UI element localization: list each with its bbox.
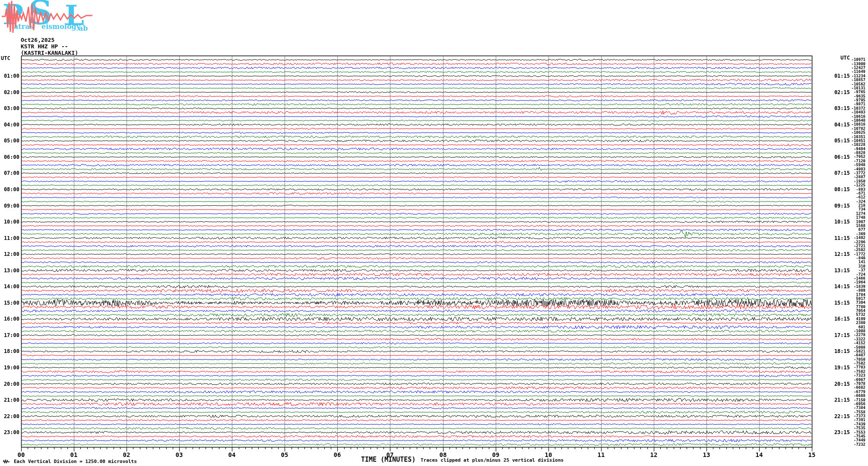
trace-value: -9871 (839, 102, 865, 106)
left-time-label: 23:00 (0, 430, 19, 435)
trace-value: -10857 (839, 78, 865, 82)
trace-value: -10228 (839, 143, 865, 147)
trace-value: 734 (839, 208, 865, 211)
trace-value: -2887 (839, 175, 865, 179)
left-time-label: 01:00 (0, 73, 19, 79)
header-location: (KASTRI-KANALAKI) (21, 50, 78, 56)
trace-value: -9765 (839, 90, 865, 94)
x-tick-label: 06 (329, 452, 345, 458)
left-time-label: 21:00 (0, 397, 19, 403)
left-time-label: 12:00 (0, 252, 19, 257)
left-time-label: 19:00 (0, 365, 19, 370)
left-time-label: 20:00 (0, 381, 19, 387)
x-tick-label: 10 (541, 452, 556, 458)
left-time-label: 13:00 (0, 268, 19, 273)
utc-label-left: UTC (1, 55, 10, 61)
scale-note: Each Vertical Division = 1250.00 microvo… (14, 459, 137, 464)
x-tick-label: 08 (435, 452, 451, 458)
psl-logo: P atras S eismology L ab (2, 0, 92, 35)
trace-value: -7703 (839, 365, 865, 369)
clip-note: Traces clipped at plus/minus 25 vertical… (421, 457, 564, 463)
left-time-label: 11:00 (0, 236, 19, 241)
trace-value: 141 (839, 260, 865, 264)
left-time-label: 15:00 (0, 300, 19, 305)
left-time-label: 22:00 (0, 414, 19, 419)
trace-value: -612 (839, 195, 865, 199)
x-tick-label: 05 (277, 452, 292, 458)
left-time-label: 10:00 (0, 219, 19, 224)
trace-value: -7323 (839, 374, 865, 378)
trace-value: -1492 (839, 236, 865, 240)
x-tick-label: 04 (224, 452, 240, 458)
x-tick-label: 03 (171, 452, 187, 458)
logo-word-ab: ab (79, 25, 88, 32)
left-time-label: 08:00 (0, 187, 19, 192)
left-time-label: 18:00 (0, 349, 19, 354)
left-time-label: 09:00 (0, 203, 19, 208)
trace-value: -809 (839, 289, 865, 293)
x-tick-label: 12 (646, 452, 662, 458)
trace-value: -5948 (839, 163, 865, 167)
trace-value: -37 (839, 268, 865, 272)
helicorder-page: { "logo": { "P": "P", "atras": "atras", … (0, 0, 868, 466)
left-time-label: 06:00 (0, 154, 19, 160)
trace-value: -2502 (839, 248, 865, 252)
trace-value: -10493 (839, 110, 865, 114)
x-tick-label: 09 (488, 452, 504, 458)
trace-value: 5732 (839, 313, 865, 317)
trace-value: -6487 (839, 353, 865, 357)
x-tick-label: 14 (751, 452, 767, 458)
trace-value: -7384 (839, 406, 865, 410)
trace-value: -7535 (839, 426, 865, 430)
trace-value: -10625 (839, 131, 865, 135)
left-time-label: 04:00 (0, 122, 19, 127)
left-time-label: 05:00 (0, 138, 19, 143)
left-time-label: 07:00 (0, 170, 19, 176)
x-tick-label: 02 (119, 452, 134, 458)
seismogram-canvas (0, 0, 868, 466)
trace-value: -7232 (839, 443, 865, 447)
header-station: KSTR HHZ HP -- (21, 43, 68, 50)
left-time-label: 17:00 (0, 333, 19, 338)
trace-value: -6682 (839, 386, 865, 390)
trace-value: 677 (839, 228, 865, 232)
trace-value: -2278 (839, 333, 865, 337)
trace-value: -7391 (839, 418, 865, 422)
trace-value: -11649 (839, 70, 865, 74)
trace-value: -10816 (839, 123, 865, 126)
trace-value: -10971 (839, 58, 865, 62)
trace-value: -6688 (839, 394, 865, 398)
x-tick-label: 15 (804, 452, 820, 458)
trace-value: -4152 (839, 341, 865, 345)
trace-value: 2380 (839, 321, 865, 325)
left-time-label: 02:00 (0, 90, 19, 95)
trace-value: 7304 (839, 301, 865, 305)
trace-value: 1748 (839, 216, 865, 220)
left-time-label: 14:00 (0, 284, 19, 289)
x-tick-label: 00 (13, 452, 29, 458)
x-axis-title: TIME (MINUTES) (361, 456, 415, 463)
mini-seismo-glyph (3, 459, 10, 463)
left-time-label: 03:00 (0, 106, 19, 111)
x-tick-label: 01 (66, 452, 82, 458)
x-tick-label: 13 (699, 452, 714, 458)
x-tick-label: 11 (593, 452, 609, 458)
trace-value: -1225 (839, 183, 865, 187)
left-time-label: 16:00 (0, 316, 19, 321)
trace-value: -1964 (839, 280, 865, 284)
trace-value: -7952 (839, 155, 865, 159)
trace-value: -7449 (839, 438, 865, 442)
header-date: Oct26,2025 (21, 37, 54, 43)
